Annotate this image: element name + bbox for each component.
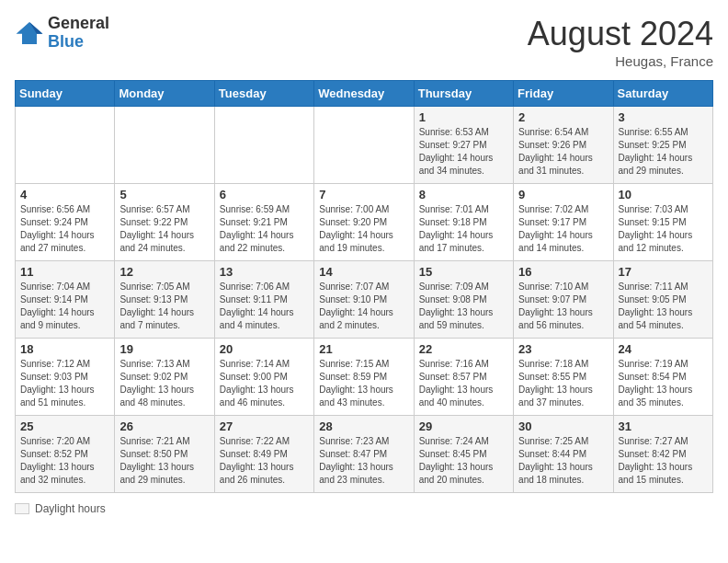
logo-general: General bbox=[48, 15, 109, 33]
day-number: 13 bbox=[220, 265, 309, 279]
day-number: 21 bbox=[319, 342, 408, 356]
day-info: Sunrise: 7:13 AM Sunset: 9:02 PM Dayligh… bbox=[119, 358, 209, 409]
day-info: Sunrise: 6:56 AM Sunset: 9:24 PM Dayligh… bbox=[20, 203, 109, 255]
calendar-cell: 21Sunrise: 7:15 AM Sunset: 8:59 PM Dayli… bbox=[314, 339, 414, 416]
calendar-cell: 22Sunrise: 7:16 AM Sunset: 8:57 PM Dayli… bbox=[414, 339, 513, 416]
calendar-cell: 26Sunrise: 7:21 AM Sunset: 8:50 PM Dayli… bbox=[115, 416, 214, 493]
calendar-cell: 29Sunrise: 7:24 AM Sunset: 8:45 PM Dayli… bbox=[414, 416, 513, 493]
calendar-cell: 23Sunrise: 7:18 AM Sunset: 8:55 PM Dayli… bbox=[514, 339, 613, 416]
day-number: 18 bbox=[20, 342, 109, 356]
calendar-cell: 20Sunrise: 7:14 AM Sunset: 9:00 PM Dayli… bbox=[214, 339, 313, 416]
calendar-cell bbox=[314, 107, 414, 184]
calendar-cell: 30Sunrise: 7:25 AM Sunset: 8:44 PM Dayli… bbox=[514, 416, 613, 493]
day-number: 9 bbox=[518, 188, 608, 201]
day-info: Sunrise: 7:03 AM Sunset: 9:15 PM Dayligh… bbox=[619, 203, 708, 255]
day-info: Sunrise: 6:57 AM Sunset: 9:22 PM Dayligh… bbox=[119, 203, 209, 255]
calendar-table: SundayMondayTuesdayWednesdayThursdayFrid… bbox=[15, 80, 713, 493]
day-info: Sunrise: 7:20 AM Sunset: 8:52 PM Dayligh… bbox=[20, 435, 109, 487]
calendar-cell: 10Sunrise: 7:03 AM Sunset: 9:15 PM Dayli… bbox=[613, 184, 712, 261]
day-number: 30 bbox=[518, 419, 608, 433]
day-number: 6 bbox=[220, 188, 309, 201]
calendar-cell: 28Sunrise: 7:23 AM Sunset: 8:47 PM Dayli… bbox=[314, 416, 414, 493]
day-info: Sunrise: 7:24 AM Sunset: 8:45 PM Dayligh… bbox=[419, 435, 508, 487]
calendar-cell: 7Sunrise: 7:00 AM Sunset: 9:20 PM Daylig… bbox=[314, 184, 414, 261]
logo-blue: Blue bbox=[48, 33, 109, 52]
day-info: Sunrise: 7:21 AM Sunset: 8:50 PM Dayligh… bbox=[119, 435, 209, 487]
day-info: Sunrise: 7:22 AM Sunset: 8:49 PM Dayligh… bbox=[220, 435, 309, 487]
logo: General Blue bbox=[15, 15, 109, 52]
calendar-cell: 16Sunrise: 7:10 AM Sunset: 9:07 PM Dayli… bbox=[514, 261, 613, 339]
day-number: 20 bbox=[220, 342, 309, 356]
calendar-cell: 9Sunrise: 7:02 AM Sunset: 9:17 PM Daylig… bbox=[514, 184, 613, 261]
calendar-day-header: Wednesday bbox=[314, 81, 414, 107]
logo-text: General Blue bbox=[48, 15, 109, 52]
day-number: 26 bbox=[119, 419, 209, 433]
calendar-cell bbox=[115, 107, 214, 184]
calendar-week-row: 11Sunrise: 7:04 AM Sunset: 9:14 PM Dayli… bbox=[16, 261, 713, 339]
day-number: 19 bbox=[119, 342, 209, 356]
day-number: 25 bbox=[20, 419, 109, 433]
location-subtitle: Heugas, France bbox=[528, 53, 713, 69]
calendar-cell: 11Sunrise: 7:04 AM Sunset: 9:14 PM Dayli… bbox=[16, 261, 115, 339]
day-number: 14 bbox=[319, 265, 408, 279]
calendar-cell: 6Sunrise: 6:59 AM Sunset: 9:21 PM Daylig… bbox=[214, 184, 313, 261]
calendar-cell: 25Sunrise: 7:20 AM Sunset: 8:52 PM Dayli… bbox=[16, 416, 115, 493]
day-number: 23 bbox=[518, 342, 608, 356]
calendar-cell: 1Sunrise: 6:53 AM Sunset: 9:27 PM Daylig… bbox=[414, 107, 513, 184]
calendar-cell: 3Sunrise: 6:55 AM Sunset: 9:25 PM Daylig… bbox=[613, 107, 712, 184]
day-info: Sunrise: 7:12 AM Sunset: 9:03 PM Dayligh… bbox=[20, 358, 109, 409]
calendar-cell: 31Sunrise: 7:27 AM Sunset: 8:42 PM Dayli… bbox=[613, 416, 712, 493]
day-info: Sunrise: 7:07 AM Sunset: 9:10 PM Dayligh… bbox=[319, 281, 408, 332]
calendar-cell: 5Sunrise: 6:57 AM Sunset: 9:22 PM Daylig… bbox=[115, 184, 214, 261]
day-number: 1 bbox=[419, 110, 508, 124]
day-info: Sunrise: 7:25 AM Sunset: 8:44 PM Dayligh… bbox=[518, 435, 608, 487]
day-info: Sunrise: 7:27 AM Sunset: 8:42 PM Dayligh… bbox=[619, 435, 708, 487]
calendar-cell: 14Sunrise: 7:07 AM Sunset: 9:10 PM Dayli… bbox=[314, 261, 414, 339]
day-number: 24 bbox=[619, 342, 708, 356]
day-info: Sunrise: 7:16 AM Sunset: 8:57 PM Dayligh… bbox=[419, 358, 508, 409]
page-header: General Blue August 2024 Heugas, France bbox=[15, 15, 713, 69]
calendar-day-header: Tuesday bbox=[214, 81, 313, 107]
day-info: Sunrise: 7:19 AM Sunset: 8:54 PM Dayligh… bbox=[619, 358, 708, 409]
calendar-week-row: 25Sunrise: 7:20 AM Sunset: 8:52 PM Dayli… bbox=[16, 416, 713, 493]
calendar-week-row: 1Sunrise: 6:53 AM Sunset: 9:27 PM Daylig… bbox=[16, 107, 713, 184]
day-info: Sunrise: 6:54 AM Sunset: 9:26 PM Dayligh… bbox=[518, 126, 608, 178]
day-info: Sunrise: 7:11 AM Sunset: 9:05 PM Dayligh… bbox=[619, 281, 708, 332]
day-info: Sunrise: 7:06 AM Sunset: 9:11 PM Dayligh… bbox=[220, 281, 309, 332]
calendar-header-row: SundayMondayTuesdayWednesdayThursdayFrid… bbox=[16, 81, 713, 107]
day-number: 12 bbox=[119, 265, 209, 279]
day-number: 10 bbox=[619, 188, 708, 201]
day-number: 11 bbox=[20, 265, 109, 279]
calendar-day-header: Friday bbox=[514, 81, 613, 107]
title-block: August 2024 Heugas, France bbox=[528, 15, 713, 69]
day-info: Sunrise: 7:00 AM Sunset: 9:20 PM Dayligh… bbox=[319, 203, 408, 255]
day-number: 29 bbox=[419, 419, 508, 433]
day-info: Sunrise: 6:55 AM Sunset: 9:25 PM Dayligh… bbox=[619, 126, 708, 178]
calendar-cell bbox=[16, 107, 115, 184]
calendar-cell bbox=[214, 107, 313, 184]
day-info: Sunrise: 7:01 AM Sunset: 9:18 PM Dayligh… bbox=[419, 203, 508, 255]
day-number: 8 bbox=[419, 188, 508, 201]
day-number: 16 bbox=[518, 265, 608, 279]
calendar-day-header: Thursday bbox=[414, 81, 513, 107]
legend: Daylight hours bbox=[15, 502, 713, 515]
day-number: 3 bbox=[619, 110, 708, 124]
calendar-cell: 24Sunrise: 7:19 AM Sunset: 8:54 PM Dayli… bbox=[613, 339, 712, 416]
day-info: Sunrise: 7:04 AM Sunset: 9:14 PM Dayligh… bbox=[20, 281, 109, 332]
day-number: 15 bbox=[419, 265, 508, 279]
day-info: Sunrise: 7:02 AM Sunset: 9:17 PM Dayligh… bbox=[518, 203, 608, 255]
day-info: Sunrise: 7:09 AM Sunset: 9:08 PM Dayligh… bbox=[419, 281, 508, 332]
calendar-cell: 4Sunrise: 6:56 AM Sunset: 9:24 PM Daylig… bbox=[16, 184, 115, 261]
calendar-cell: 15Sunrise: 7:09 AM Sunset: 9:08 PM Dayli… bbox=[414, 261, 513, 339]
calendar-day-header: Monday bbox=[115, 81, 214, 107]
day-number: 27 bbox=[220, 419, 309, 433]
calendar-cell: 13Sunrise: 7:06 AM Sunset: 9:11 PM Dayli… bbox=[214, 261, 313, 339]
calendar-cell: 17Sunrise: 7:11 AM Sunset: 9:05 PM Dayli… bbox=[613, 261, 712, 339]
calendar-cell: 27Sunrise: 7:22 AM Sunset: 8:49 PM Dayli… bbox=[214, 416, 313, 493]
day-number: 5 bbox=[119, 188, 209, 201]
month-year-title: August 2024 bbox=[528, 15, 713, 53]
day-info: Sunrise: 7:23 AM Sunset: 8:47 PM Dayligh… bbox=[319, 435, 408, 487]
day-number: 31 bbox=[619, 419, 708, 433]
day-info: Sunrise: 6:53 AM Sunset: 9:27 PM Dayligh… bbox=[419, 126, 508, 178]
calendar-cell: 19Sunrise: 7:13 AM Sunset: 9:02 PM Dayli… bbox=[115, 339, 214, 416]
